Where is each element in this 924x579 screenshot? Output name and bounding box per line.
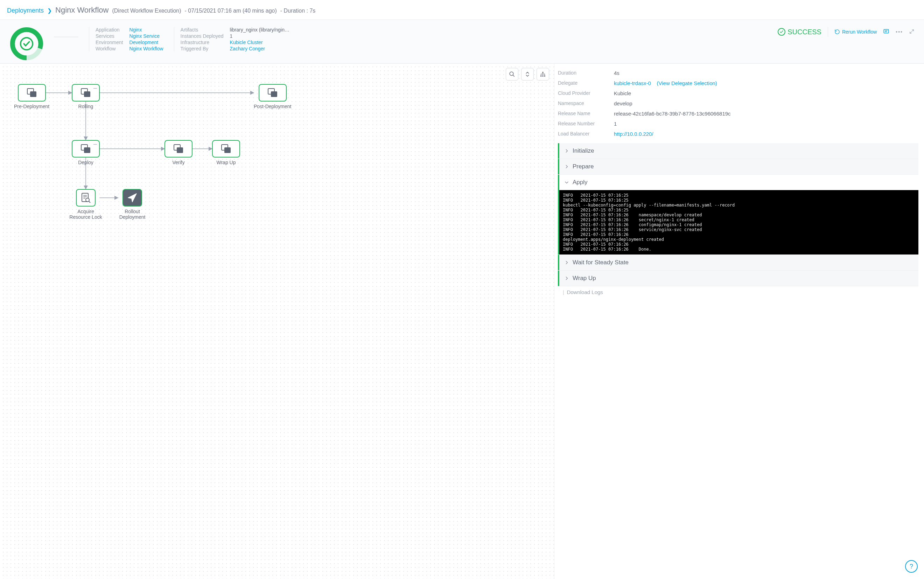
more-icon[interactable]: •••	[896, 29, 903, 35]
load-balancer-link[interactable]: http://10.0.0.220/	[614, 131, 653, 137]
node-wrap-up[interactable]: Wrap Up	[212, 140, 240, 165]
chevron-right-icon	[564, 260, 569, 265]
chevron-right-icon	[564, 164, 569, 169]
node-rolling[interactable]: — Rolling	[72, 84, 100, 109]
detail-row-release-number: Release Number 1	[558, 119, 918, 129]
divider: |	[563, 290, 564, 295]
stacked-squares-icon	[80, 88, 92, 98]
detail-value: develop	[614, 100, 632, 106]
node-label: Pre-Deployment	[14, 104, 49, 109]
phase-title: Wait for Steady State	[573, 259, 629, 266]
svg-rect-3	[884, 29, 889, 33]
link-infrastructure[interactable]: Kubicle Cluster	[230, 39, 289, 45]
download-logs-link[interactable]: Download Logs	[566, 289, 603, 295]
phase-apply[interactable]: Apply	[558, 175, 918, 190]
status-actions: SUCCESS Rerun Workflow •••	[778, 27, 914, 37]
node-label: Wrap Up	[212, 160, 240, 165]
chevron-right-icon	[564, 149, 569, 153]
node-acquire-lock[interactable]: Acquire Resource Lock	[69, 189, 102, 220]
stacked-squares-icon	[267, 88, 279, 98]
link-application[interactable]: Nginx	[129, 27, 163, 33]
detail-label: Namespace	[558, 100, 607, 106]
exec-type: (Direct Workflow Execution)	[112, 8, 181, 14]
svg-rect-20	[30, 92, 36, 97]
phase-title: Apply	[573, 179, 588, 186]
node-label: Post-Deployment	[254, 104, 291, 109]
detail-label: Load Balancer	[558, 131, 607, 137]
rerun-label: Rerun Workflow	[842, 29, 877, 35]
timestamp: - 07/15/2021 07:16 am (40 mins ago)	[185, 8, 277, 14]
link-services[interactable]: Nginx Service	[129, 33, 163, 39]
help-button[interactable]: ?	[905, 560, 918, 573]
link-environment[interactable]: Development	[129, 39, 163, 45]
svg-rect-28	[177, 147, 183, 153]
duration: - Duration : 7s	[280, 8, 315, 14]
detail-label: Release Name	[558, 111, 607, 116]
svg-rect-22	[84, 92, 90, 97]
detail-row-namespace: Namespace develop	[558, 98, 918, 108]
label-workflow: Workflow	[96, 46, 123, 51]
val-instances: 1	[230, 33, 289, 39]
node-label: Verify	[165, 160, 193, 165]
val-artifacts: library_nginx (library/ngin…	[230, 27, 289, 33]
detail-row-delegate: Delegate kubicle-trdasx-0 (View Delegate…	[558, 78, 918, 88]
phase-initialize[interactable]: Initialize	[558, 143, 918, 159]
svg-line-36	[89, 201, 90, 203]
phase-wait-steady-state[interactable]: Wait for Steady State	[558, 255, 918, 270]
phase-wrap-up[interactable]: Wrap Up	[558, 271, 918, 286]
node-post-deployment[interactable]: Post-Deployment	[254, 84, 291, 109]
detail-label: Delegate	[558, 80, 607, 86]
link-triggered[interactable]: Zachary Conger	[230, 46, 289, 51]
comment-icon[interactable]	[883, 28, 889, 36]
status-badge: SUCCESS	[778, 28, 821, 36]
details-pane: Duration 4s Delegate kubicle-trdasx-0 (V…	[554, 64, 924, 579]
svg-rect-30	[224, 147, 231, 153]
detail-row-load-balancer: Load Balancer http://10.0.0.220/	[558, 129, 918, 139]
node-label: Rolling	[72, 104, 100, 109]
detail-label: Duration	[558, 70, 607, 76]
svg-rect-26	[84, 147, 90, 153]
document-search-icon	[81, 193, 91, 203]
page-title: Nginx Workflow	[55, 6, 108, 15]
detail-row-release-name: Release Name release-42c16fa6-bc78-39b7-…	[558, 108, 918, 119]
apply-log[interactable]: INFO 2021-07-15 07:16:25 INFO 2021-07-15…	[558, 190, 918, 255]
main-split: Pre-Deployment — Rolling Post-Deployment…	[0, 64, 924, 579]
node-label: Deploy	[72, 160, 100, 165]
collapse-icon: —	[93, 142, 97, 146]
detail-row-cloud: Cloud Provider Kubicle	[558, 88, 918, 98]
detail-label: Release Number	[558, 121, 607, 127]
stacked-squares-icon	[173, 144, 184, 154]
phase-title: Prepare	[573, 163, 594, 170]
stacked-squares-icon	[220, 144, 232, 154]
rerun-workflow-button[interactable]: Rerun Workflow	[834, 29, 877, 35]
detail-value: release-42c16fa6-bc78-39b7-8776-13c96066…	[614, 111, 731, 116]
expand-icon[interactable]	[909, 29, 914, 35]
node-verify[interactable]: Verify	[165, 140, 193, 165]
label-triggered: Triggered By	[181, 46, 224, 51]
send-icon	[127, 193, 137, 203]
detail-value: Kubicle	[614, 90, 631, 96]
node-rollout-deployment[interactable]: Rollout Deployment	[116, 189, 149, 220]
delegate-link[interactable]: kubicle-trdasx-0	[614, 80, 651, 86]
node-deploy[interactable]: — Deploy	[72, 140, 100, 165]
workflow-graph[interactable]: Pre-Deployment — Rolling Post-Deployment…	[0, 64, 554, 579]
breadcrumb-root[interactable]: Deployments	[7, 7, 44, 14]
info-block-right: Artifacts Instances Deployed Infrastruct…	[174, 27, 289, 51]
status-text: SUCCESS	[787, 28, 821, 36]
chevron-right-icon: ❯	[47, 7, 52, 14]
collapse-icon: —	[93, 86, 97, 90]
phase-prepare[interactable]: Prepare	[558, 159, 918, 174]
phase-title: Initialize	[573, 147, 594, 154]
success-check-icon	[778, 28, 785, 36]
label-environment: Environment	[96, 39, 123, 45]
node-pre-deployment[interactable]: Pre-Deployment	[14, 84, 49, 109]
phase-title: Wrap Up	[573, 275, 596, 282]
view-delegate-selection-link[interactable]: (View Delegate Selection)	[657, 80, 717, 86]
question-icon: ?	[910, 563, 913, 570]
link-workflow[interactable]: Nginx Workflow	[129, 46, 163, 51]
breadcrumb: Deployments ❯ Nginx Workflow (Direct Wor…	[0, 0, 924, 20]
label-infrastructure: Infrastructure	[181, 39, 224, 45]
detail-row-duration: Duration 4s	[558, 68, 918, 78]
detail-value: 4s	[614, 70, 619, 76]
svg-rect-24	[271, 92, 277, 97]
